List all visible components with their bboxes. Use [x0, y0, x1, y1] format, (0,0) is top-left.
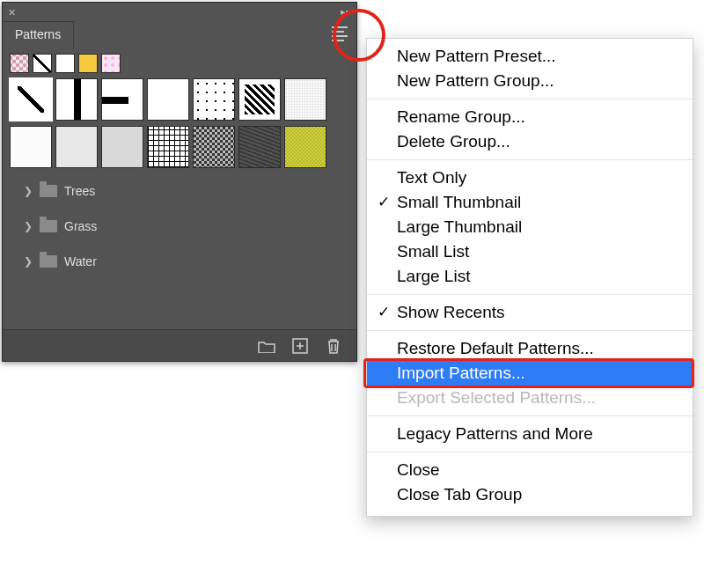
close-icon[interactable]: ✕ — [8, 7, 16, 18]
menu-item[interactable]: Delete Group... — [367, 129, 693, 154]
menu-item[interactable]: Text Only — [367, 165, 693, 190]
pattern-thumb[interactable] — [55, 126, 98, 168]
group-grass[interactable]: ❯ Grass — [10, 209, 349, 244]
tab-row: Patterns — [3, 22, 356, 48]
flyout-menu: New Pattern Preset...New Pattern Group..… — [366, 38, 693, 517]
recent-swatch[interactable] — [10, 54, 29, 73]
menu-item[interactable]: New Pattern Group... — [367, 69, 693, 93]
menu-separator — [367, 452, 693, 452]
menu-separator — [367, 330, 693, 331]
folder-icon — [40, 220, 57, 232]
new-pattern-button[interactable] — [291, 338, 309, 354]
recents-row — [10, 54, 349, 73]
pattern-thumb[interactable] — [10, 78, 52, 121]
new-group-button[interactable] — [258, 338, 275, 354]
menu-separator — [367, 415, 693, 416]
chevron-right-icon: ❯ — [24, 185, 33, 197]
chevron-right-icon: ❯ — [24, 220, 33, 232]
pattern-thumb[interactable] — [238, 126, 281, 168]
tab-patterns[interactable]: Patterns — [3, 21, 74, 48]
pattern-thumb[interactable] — [101, 78, 143, 121]
recent-swatch[interactable] — [55, 54, 75, 73]
menu-separator — [367, 99, 693, 99]
group-trees[interactable]: ❯ Trees — [10, 173, 349, 209]
pattern-thumb[interactable] — [147, 126, 189, 168]
menu-item[interactable]: Large Thumbnail — [367, 215, 693, 239]
menu-separator — [367, 159, 693, 160]
patterns-panel: ✕ ▸▸ Patterns — [2, 2, 357, 362]
pattern-thumb[interactable] — [55, 78, 98, 121]
menu-item[interactable]: Legacy Patterns and More — [367, 422, 693, 446]
thumbnails-row-1 — [10, 78, 349, 121]
panel-body: ❯ Trees ❯ Grass ❯ Water — [3, 48, 356, 284]
group-water[interactable]: ❯ Water — [10, 244, 349, 279]
menu-item[interactable]: Restore Default Patterns... — [367, 336, 693, 361]
panel-footer — [3, 329, 356, 361]
group-label: Trees — [64, 184, 95, 198]
pattern-thumb[interactable] — [284, 78, 326, 121]
pattern-thumb[interactable] — [238, 78, 281, 121]
menu-item[interactable]: Large List — [367, 264, 693, 289]
menu-item[interactable]: New Pattern Preset... — [367, 44, 693, 69]
pattern-thumb[interactable] — [193, 78, 235, 121]
pattern-thumb[interactable] — [10, 126, 52, 168]
flyout-menu-button[interactable] — [332, 26, 351, 41]
delete-button[interactable] — [325, 338, 342, 354]
recent-swatch[interactable] — [78, 54, 98, 73]
group-label: Grass — [64, 219, 97, 233]
group-label: Water — [64, 254, 97, 268]
menu-separator — [367, 294, 693, 295]
pattern-thumb[interactable] — [101, 126, 143, 168]
menu-item[interactable]: Small Thumbnail — [367, 190, 693, 215]
menu-item[interactable]: Rename Group... — [367, 105, 693, 129]
menu-item[interactable]: Small List — [367, 239, 693, 264]
pattern-thumb[interactable] — [284, 126, 326, 168]
folder-icon — [40, 185, 57, 197]
menu-item[interactable]: Close — [367, 458, 693, 482]
folder-icon — [40, 255, 57, 268]
recent-swatch[interactable] — [101, 54, 121, 73]
menu-item[interactable]: Show Recents — [367, 300, 693, 325]
pattern-thumb[interactable] — [147, 78, 189, 121]
thumbnails-row-2 — [10, 126, 349, 168]
pattern-thumb[interactable] — [193, 126, 235, 168]
chevron-right-icon: ❯ — [24, 255, 33, 268]
menu-item[interactable]: Import Patterns... — [367, 361, 693, 386]
collapse-icon[interactable]: ▸▸ — [341, 6, 351, 18]
menu-item[interactable]: Close Tab Group — [367, 482, 693, 507]
menu-item: Export Selected Patterns... — [367, 386, 693, 410]
panel-header: ✕ ▸▸ — [3, 3, 356, 22]
recent-swatch[interactable] — [33, 54, 52, 73]
